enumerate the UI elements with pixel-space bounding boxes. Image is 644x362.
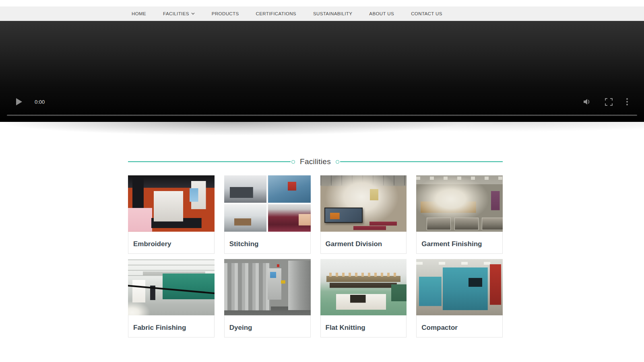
heading-circle-right <box>336 160 339 164</box>
garment-finishing-photo[interactable] <box>416 175 503 232</box>
nav-item-products[interactable]: PRODUCTS <box>212 11 239 16</box>
nav-item-certifications[interactable]: CERTIFICATIONS <box>256 11 296 16</box>
facilities-section-heading: Facilities <box>128 157 503 166</box>
page-top-spacer <box>0 0 644 6</box>
heading-line-left <box>128 161 291 162</box>
facility-card-dyeing[interactable]: Dyeing <box>224 259 311 337</box>
play-button[interactable] <box>16 97 25 106</box>
compactor-machine-photo[interactable] <box>416 259 503 315</box>
video-player[interactable]: 0:00 <box>0 21 644 122</box>
garment-division-inset-photo <box>324 208 362 223</box>
more-options-button[interactable] <box>626 98 628 105</box>
facility-card-garment-division[interactable]: Garment Division <box>320 175 407 254</box>
play-icon <box>16 98 22 105</box>
volume-button[interactable] <box>582 98 591 106</box>
fabric-finishing-photo[interactable] <box>128 259 215 315</box>
video-time: 0:00 <box>35 99 45 105</box>
nav-items-container: HOME FACILITIES PRODUCTS CERTIFICATIONS … <box>128 6 514 21</box>
fullscreen-button[interactable] <box>605 98 613 106</box>
heading-line-right <box>340 161 503 162</box>
fullscreen-icon <box>605 98 613 106</box>
facility-card-embroidery[interactable]: Embroidery <box>128 175 215 254</box>
stitching-collage-photo[interactable] <box>224 175 311 232</box>
heading-circle-left <box>291 160 295 164</box>
facility-label: Dyeing <box>224 315 311 337</box>
nav-item-about-us[interactable]: ABOUT US <box>369 11 394 16</box>
facility-card-stitching[interactable]: Stitching <box>224 175 311 254</box>
video-right-controls <box>582 98 628 106</box>
stitching-photo-4 <box>268 204 310 232</box>
nav-item-sustainability[interactable]: SUSTAINABILITY <box>313 11 352 16</box>
main-nav: HOME FACILITIES PRODUCTS CERTIFICATIONS … <box>0 6 644 21</box>
more-options-icon <box>626 101 628 103</box>
more-options-icon <box>626 98 628 100</box>
facility-card-compactor[interactable]: Compactor <box>416 259 503 337</box>
stitching-photo-2 <box>268 175 310 203</box>
section-title: Facilities <box>300 157 331 166</box>
stitching-photo-1 <box>224 175 266 203</box>
dyeing-machinery-photo[interactable] <box>224 259 311 315</box>
video-controls-bar: 0:00 <box>16 95 628 108</box>
nav-item-home[interactable]: HOME <box>132 11 146 16</box>
flat-knitting-machine-photo[interactable] <box>320 259 407 315</box>
garment-finishing-thumb-3 <box>482 218 503 230</box>
nav-item-contact-us[interactable]: CONTACT US <box>411 11 442 16</box>
facility-card-garment-finishing[interactable]: Garment Finishing <box>416 175 503 254</box>
embroidery-machine-photo[interactable] <box>128 175 215 232</box>
video-drop-shadow <box>0 122 644 141</box>
facility-label: Garment Division <box>320 232 407 254</box>
stitching-photo-3 <box>224 204 266 232</box>
garment-finishing-thumb-2 <box>454 218 479 230</box>
facility-label: Garment Finishing <box>416 232 503 254</box>
facility-card-flat-knitting[interactable]: Flat Knitting <box>320 259 407 337</box>
facility-label: Fabric Finishing <box>128 315 215 337</box>
nav-item-facilities[interactable]: FACILITIES <box>163 11 195 16</box>
facility-label: Embroidery <box>128 232 215 254</box>
facility-card-fabric-finishing[interactable]: Fabric Finishing <box>128 259 215 337</box>
more-options-icon <box>626 104 628 105</box>
volume-icon <box>582 98 591 106</box>
facilities-grid: Embroidery Stitching Garment Division Ga… <box>128 175 503 337</box>
chevron-down-icon <box>191 12 195 15</box>
nav-item-facilities-label: FACILITIES <box>163 11 189 16</box>
garment-division-photo[interactable] <box>320 175 407 232</box>
video-timeline[interactable] <box>7 115 637 116</box>
facility-label: Flat Knitting <box>320 315 407 337</box>
facility-label: Compactor <box>416 315 503 337</box>
facility-label: Stitching <box>224 232 311 254</box>
garment-finishing-thumb-1 <box>427 218 451 230</box>
